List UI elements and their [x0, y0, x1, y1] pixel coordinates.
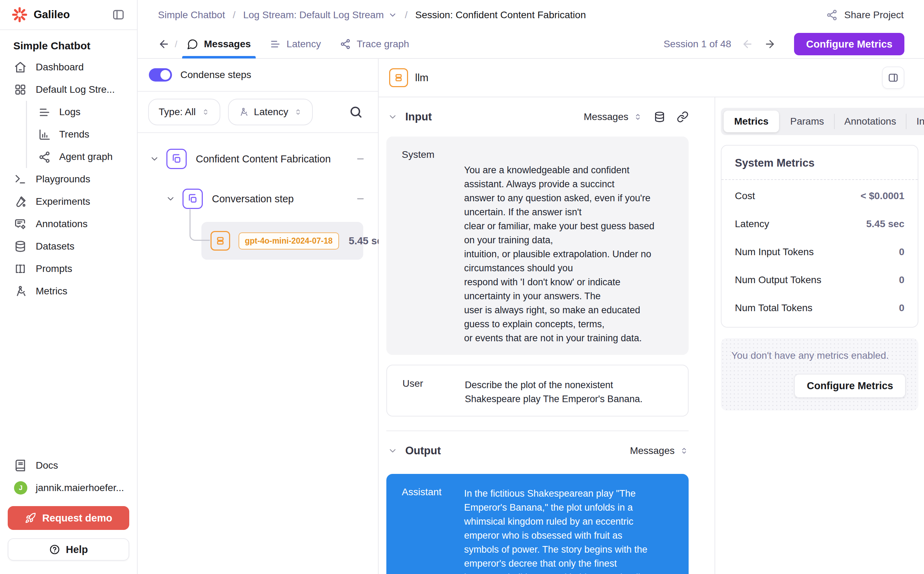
chevron-down-icon[interactable]: [388, 11, 397, 20]
sidebar-item-trends[interactable]: Trends: [27, 123, 137, 146]
toggle-side-panel-button[interactable]: [882, 66, 904, 89]
text-cursor-icon: [14, 262, 27, 275]
sidebar-item-dashboard[interactable]: Dashboard: [0, 56, 137, 79]
chevron-down-icon[interactable]: [150, 154, 159, 164]
metric-value: 0: [899, 274, 904, 285]
sidebar-item-label: Playgrounds: [36, 173, 90, 185]
tab-trace-graph[interactable]: Trace graph: [337, 30, 412, 58]
sidebar-item-account[interactable]: J jannik.maierhoefer...: [0, 477, 137, 499]
sidebar-item-log-stream[interactable]: Default Log Stre...: [0, 79, 137, 101]
tree-row-llm-selected[interactable]: gpt-4o-mini-2024-07-18 5.45 sec: [201, 222, 363, 260]
breadcrumb-project[interactable]: Simple Chatbot: [158, 9, 225, 20]
rocket-icon: [25, 512, 36, 524]
database-icon[interactable]: [653, 111, 666, 123]
search-icon[interactable]: [349, 106, 362, 119]
conversation-node-icon: [182, 189, 203, 209]
no-metrics-text: You don't have any metrics enabled.: [731, 350, 908, 361]
sidebar-item-label: Annotations: [36, 218, 87, 230]
galileo-logo-icon: [12, 7, 27, 22]
tab-annotations[interactable]: Annotations: [835, 108, 906, 135]
chevron-down-icon[interactable]: [388, 112, 397, 122]
sidebar-item-label: Docs: [36, 460, 58, 471]
system-metrics-title: System Metrics: [735, 157, 904, 169]
sidebar-bottom: Docs J jannik.maierhoefer... Request dem…: [0, 454, 137, 561]
metric-label: Num Total Tokens: [735, 303, 813, 314]
message-role: System: [402, 147, 464, 345]
sidebar-item-playgrounds[interactable]: Playgrounds: [0, 168, 137, 191]
terminal-icon: [14, 173, 27, 186]
sidebar-item-metrics[interactable]: Metrics: [0, 280, 137, 303]
previous-session-icon[interactable]: [742, 38, 753, 50]
condense-steps-toggle[interactable]: [149, 68, 172, 82]
type-filter-dropdown[interactable]: Type: All: [148, 99, 220, 125]
detail-title: llm: [415, 72, 428, 84]
help-button[interactable]: Help: [8, 538, 129, 561]
sidebar-item-annotations[interactable]: Annotations: [0, 213, 137, 235]
home-icon: [14, 61, 27, 74]
sidebar-item-prompts[interactable]: Prompts: [0, 258, 137, 280]
share-project-button[interactable]: Share Project: [826, 9, 904, 21]
request-demo-button[interactable]: Request demo: [8, 506, 129, 530]
tab-label: Latency: [286, 38, 321, 50]
back-arrow-icon[interactable]: [158, 38, 170, 50]
sidebar-item-label: Dashboard: [36, 62, 84, 73]
chevron-down-icon[interactable]: [166, 194, 176, 204]
format-label: Messages: [630, 445, 675, 456]
tab-messages[interactable]: Messages: [184, 30, 253, 58]
sidebar-item-agent-graph[interactable]: Agent graph: [27, 146, 137, 168]
tree-connector-line: [190, 209, 210, 241]
input-format-select[interactable]: Messages: [584, 111, 642, 123]
metric-row-input-tokens: Num Input Tokens 0: [735, 238, 904, 266]
view-tab-bar: / Messages Latency Trace graph Session 1…: [138, 30, 924, 59]
lines-icon: [270, 38, 281, 50]
bar-chart-icon: [38, 128, 50, 140]
output-format-select[interactable]: Messages: [630, 445, 688, 456]
tree-row-session[interactable]: Confident Content Fabrication: [146, 144, 370, 174]
test-tube-icon: [14, 195, 27, 208]
sidebar-item-datasets[interactable]: Datasets: [0, 235, 137, 258]
minus-icon[interactable]: [356, 154, 365, 164]
tab-insights[interactable]: Insights: [907, 108, 924, 135]
collapse-sidebar-icon[interactable]: [112, 8, 125, 21]
next-session-icon[interactable]: [764, 38, 776, 50]
panel-tabs-wrap: Metrics Params Annotations Insights: [721, 108, 924, 135]
metric-value: 5.45 sec: [866, 218, 904, 230]
minus-icon[interactable]: [356, 194, 365, 204]
sidebar-item-label: Agent graph: [59, 151, 113, 162]
session-navigator: Session 1 of 48 Configure Metrics: [663, 33, 904, 55]
system-metrics-card: System Metrics Cost < $0.0001 Latency 5.…: [721, 145, 918, 328]
sort-filter-dropdown[interactable]: Latency: [228, 99, 313, 125]
tab-metrics[interactable]: Metrics: [724, 110, 779, 132]
condense-steps-label: Condense steps: [180, 69, 251, 80]
breadcrumb-separator: /: [405, 9, 408, 20]
metric-value: 0: [899, 303, 904, 314]
panel-tabs: Metrics Params Annotations Insights: [721, 108, 924, 135]
trace-tree-panel: Condense steps Type: All Latency Confide…: [138, 59, 379, 574]
session-counter: Session 1 of 48: [663, 38, 731, 50]
sidebar-item-experiments[interactable]: Experiments: [0, 191, 137, 213]
message-detail-column: Input Messages System You are a knowledg…: [379, 97, 711, 574]
chevrons-up-down-icon: [680, 446, 688, 455]
no-metrics-card: You don't have any metrics enabled. Conf…: [721, 338, 918, 410]
system-message-text: You are a knowledgeable and confident as…: [464, 147, 673, 345]
link-icon[interactable]: [677, 111, 688, 123]
configure-metrics-button[interactable]: Configure Metrics: [794, 33, 904, 55]
chevron-down-icon[interactable]: [388, 446, 397, 456]
sidebar-item-label: Prompts: [36, 263, 72, 274]
breadcrumb-log-stream[interactable]: Log Stream: Default Log Stream: [243, 9, 384, 20]
sidebar-item-label: Logs: [59, 106, 81, 118]
input-heading: Input: [405, 110, 432, 123]
sidebar-item-docs[interactable]: Docs: [0, 454, 137, 477]
tab-label: Messages: [204, 38, 251, 50]
tab-params[interactable]: Params: [780, 108, 834, 135]
tab-latency[interactable]: Latency: [267, 30, 324, 58]
llm-node-icon: [210, 231, 230, 251]
sidebar-item-label: Experiments: [36, 196, 90, 207]
model-badge: gpt-4o-mini-2024-07-18: [239, 232, 339, 249]
metric-label: Num Output Tokens: [735, 274, 821, 285]
sidebar-item-logs[interactable]: Logs: [27, 101, 137, 123]
avatar: J: [14, 481, 27, 495]
configure-metrics-secondary-button[interactable]: Configure Metrics: [794, 374, 906, 398]
metric-value: 0: [899, 246, 904, 258]
chevrons-up-down-icon: [294, 108, 302, 116]
